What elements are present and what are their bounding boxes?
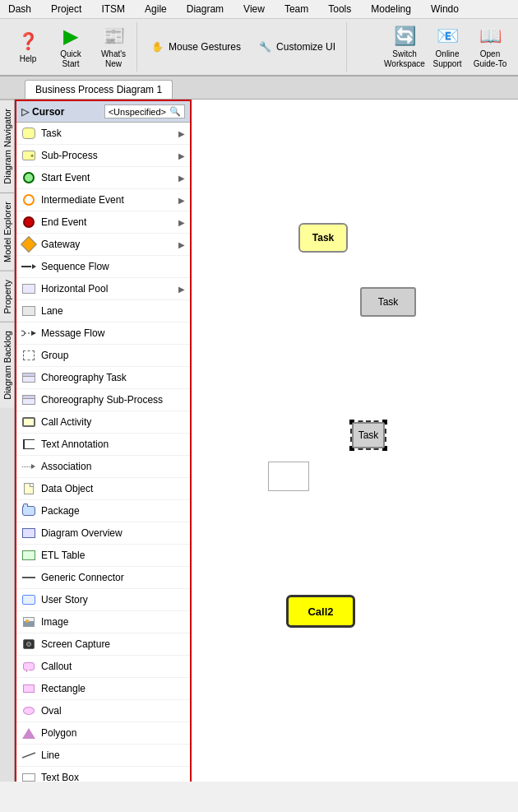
palette-icon-association	[21, 459, 36, 474]
menu-itsm[interactable]: ITSM	[96, 2, 130, 16]
palette-header-label: Cursor	[32, 106, 64, 118]
palette-label-task: Task	[41, 128, 62, 139]
palette-item-image[interactable]: Image	[16, 611, 190, 633]
palette-item-sub-process[interactable]: +Sub-Process▶	[16, 145, 190, 167]
palette-item-horizontal-pool[interactable]: Horizontal Pool▶	[16, 278, 190, 300]
palette-label-line: Line	[41, 749, 60, 761]
help-label: Help	[20, 54, 37, 64]
tab-property[interactable]: Property	[0, 271, 14, 322]
task-shape-1[interactable]: Task	[298, 223, 348, 253]
palette-arrow-horizontal-pool: ▶	[178, 285, 185, 294]
menu-diagram[interactable]: Diagram	[182, 2, 229, 16]
palette-arrow-sub-process: ▶	[178, 151, 185, 160]
palette-item-lane[interactable]: Lane	[16, 300, 190, 322]
tab-model-explorer[interactable]: Model Explorer	[0, 193, 14, 271]
palette-label-screen-capture: Screen Capture	[41, 638, 110, 650]
menu-view[interactable]: View	[238, 2, 270, 16]
canvas-area[interactable]: Task Task Task Call2	[192, 100, 518, 782]
task-shape-2[interactable]: Task	[360, 287, 416, 317]
palette-icon-group	[21, 348, 36, 363]
palette-icon-sub-process: +	[21, 148, 36, 163]
open-guide-icon: 📖	[479, 25, 502, 48]
palette-item-start-event[interactable]: Start Event▶	[16, 167, 190, 189]
palette-item-oval[interactable]: Oval	[16, 700, 190, 722]
open-guide-button[interactable]: 📖 Open Guide-To	[470, 21, 510, 72]
menu-team[interactable]: Team	[280, 2, 313, 16]
tool-palette: ▷ Cursor <Unspecified> 🔍 Task▶+Sub-Proce…	[15, 100, 192, 782]
palette-item-text-box[interactable]: Text Box	[16, 767, 190, 782]
tab-diagram-backlog[interactable]: Diagram Backlog	[0, 322, 14, 408]
palette-icon-etl-table	[21, 548, 36, 563]
palette-item-intermediate-event[interactable]: Intermediate Event▶	[16, 189, 190, 211]
palette-label-callout: Callout	[41, 661, 72, 672]
menu-tools[interactable]: Tools	[323, 2, 356, 16]
palette-icon-oval	[21, 703, 36, 718]
palette-item-gateway[interactable]: Gateway▶	[16, 234, 190, 256]
palette-label-choreography-subprocess: Choreography Sub-Process	[41, 394, 163, 406]
palette-item-data-object[interactable]: Data Object	[16, 478, 190, 500]
palette-item-screen-capture[interactable]: Screen Capture	[16, 633, 190, 656]
tab-business-process-diagram-1[interactable]: Business Process Diagram 1	[25, 80, 173, 99]
palette-icon-text-annotation	[21, 437, 36, 452]
palette-item-association[interactable]: Association	[16, 456, 190, 478]
palette-label-diagram-overview: Diagram Overview	[41, 527, 123, 539]
palette-item-user-story[interactable]: User Story	[16, 589, 190, 611]
palette-item-choreography-subprocess[interactable]: Choreography Sub-Process	[16, 389, 190, 411]
palette-label-sub-process: Sub-Process	[41, 150, 98, 161]
canvas-content[interactable]: Task Task Task Call2	[192, 100, 518, 782]
menu-bar: Dash Project ITSM Agile Diagram View Tea…	[0, 0, 518, 19]
search-value: <Unspecified>	[109, 107, 166, 117]
palette-item-rectangle[interactable]: Rectangle	[16, 678, 190, 700]
palette-label-end-event: End Event	[41, 216, 86, 228]
palette-item-etl-table[interactable]: ETL Table	[16, 545, 190, 567]
palette-item-diagram-overview[interactable]: Diagram Overview	[16, 522, 190, 545]
quick-start-button[interactable]: ▶ Quick Start	[51, 21, 90, 72]
white-rect[interactable]	[268, 462, 309, 491]
palette-arrow-intermediate-event: ▶	[178, 196, 185, 205]
palette-item-message-flow[interactable]: Message Flow	[16, 322, 190, 345]
customize-ui-button[interactable]: 🔧 Customize UI	[252, 37, 343, 57]
palette-item-text-annotation[interactable]: Text Annotation	[16, 434, 190, 456]
palette-item-call-activity[interactable]: Call Activity	[16, 411, 190, 434]
palette-item-sequence-flow[interactable]: Sequence Flow	[16, 256, 190, 278]
switch-workspace-label: Switch Workspace	[384, 49, 425, 69]
palette-item-end-event[interactable]: End Event▶	[16, 211, 190, 234]
palette-icon-choreography-task	[21, 370, 36, 385]
menu-windo[interactable]: Windo	[426, 2, 464, 16]
palette-item-generic-connector[interactable]: Generic Connector	[16, 567, 190, 589]
menu-modeling[interactable]: Modeling	[366, 2, 416, 16]
call2-shape[interactable]: Call2	[286, 595, 355, 628]
menu-agile[interactable]: Agile	[140, 2, 172, 16]
palette-item-choreography-task[interactable]: Choreography Task	[16, 367, 190, 389]
mouse-gestures-icon: ✋	[151, 41, 164, 53]
cursor-icon: ▷	[21, 106, 29, 118]
whats-new-icon: 📰	[102, 25, 125, 48]
open-guide-label: Open Guide-To	[473, 49, 507, 69]
tab-diagram-navigator[interactable]: Diagram Navigator	[0, 100, 14, 193]
palette-item-polygon[interactable]: Polygon	[16, 722, 190, 745]
menu-project[interactable]: Project	[46, 2, 86, 16]
menu-dash[interactable]: Dash	[3, 2, 36, 16]
online-support-button[interactable]: 📧 Online Support	[428, 21, 467, 72]
palette-icon-horizontal-pool	[21, 281, 36, 296]
whats-new-button[interactable]: 📰 What's New	[94, 21, 133, 72]
palette-item-callout[interactable]: Callout	[16, 656, 190, 678]
help-button[interactable]: ❓ Help	[8, 26, 48, 68]
help-icon: ❓	[16, 30, 39, 53]
palette-label-call-activity: Call Activity	[41, 416, 91, 428]
palette-icon-lane	[21, 304, 36, 318]
palette-label-text-annotation: Text Annotation	[41, 438, 109, 450]
palette-item-package[interactable]: Package	[16, 500, 190, 522]
switch-workspace-button[interactable]: 🔄 Switch Workspace	[385, 21, 424, 72]
palette-icon-sequence-flow	[21, 259, 36, 274]
palette-icon-task	[21, 126, 36, 141]
palette-icon-package	[21, 503, 36, 518]
palette-label-message-flow: Message Flow	[41, 327, 104, 339]
palette-item-line[interactable]: Line	[16, 745, 190, 767]
task-shape-3[interactable]: Task	[352, 422, 385, 448]
mouse-gestures-button[interactable]: ✋ Mouse Gestures	[144, 37, 248, 57]
palette-item-task[interactable]: Task▶	[16, 123, 190, 145]
toolbar: ❓ Help ▶ Quick Start 📰 What's New ✋ Mous…	[0, 19, 518, 77]
palette-icon-image	[21, 615, 36, 629]
palette-item-group[interactable]: Group	[16, 345, 190, 367]
